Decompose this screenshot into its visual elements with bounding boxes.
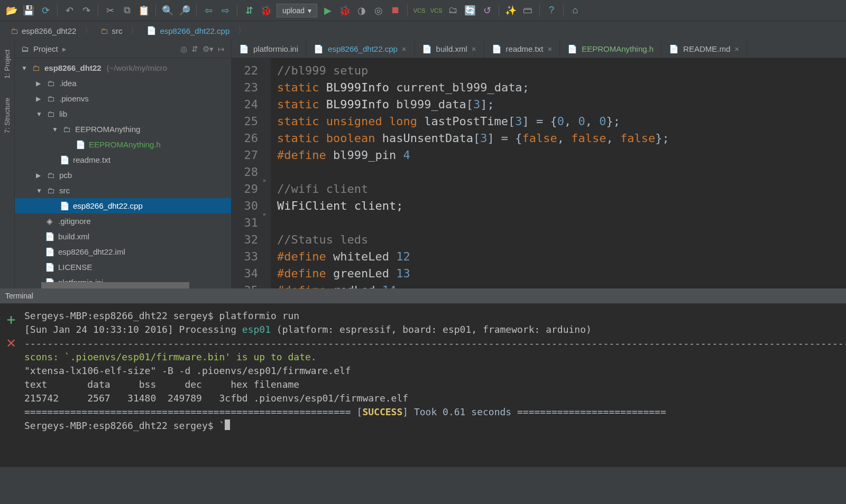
tab-readme-md[interactable]: 📄 README.md × <box>661 40 747 58</box>
vcs-history-icon[interactable]: 🗂 <box>447 4 459 17</box>
separator <box>196 5 197 16</box>
tree-lib[interactable]: ▼ 🗀 lib <box>15 106 231 122</box>
editor-area: 📄 platformio.ini 📄 esp8266_dht22.cpp × 📄… <box>232 40 846 288</box>
zoom-out-icon[interactable]: 🔎 <box>178 4 191 17</box>
profile-icon[interactable]: ◎ <box>372 4 385 17</box>
refresh-icon[interactable]: ⟳ <box>39 4 52 17</box>
tab-readme-txt[interactable]: 📄 readme.txt × <box>484 40 560 58</box>
expand-icon[interactable]: ▶ <box>36 172 42 179</box>
help-icon[interactable]: ? <box>545 4 558 17</box>
tab-eeprom-h[interactable]: 📄 EEPROMAnything.h <box>560 40 661 58</box>
close-tab-icon[interactable]: × <box>547 44 552 53</box>
breadcrumb-src[interactable]: 🗀 src <box>95 25 127 37</box>
paste-icon[interactable]: 📋 <box>137 4 150 17</box>
new-terminal-icon[interactable]: ＋ <box>4 310 18 329</box>
expand-icon[interactable]: ▼ <box>21 64 27 72</box>
open-icon[interactable]: 📂 <box>5 4 18 17</box>
cut-icon[interactable]: ✂ <box>104 4 116 17</box>
tab-build-xml[interactable]: 📄 build.xml × <box>415 40 484 58</box>
tree-iml[interactable]: 📄 esp8266_dht22.iml <box>15 244 231 259</box>
project-structure-icon[interactable]: 🗃 <box>521 4 534 17</box>
separator <box>563 5 564 16</box>
vcs-commit-icon[interactable]: VCS <box>413 4 426 17</box>
tree-gitignore[interactable]: ◈ .gitignore <box>15 213 231 229</box>
undo-icon[interactable]: ↶ <box>63 4 76 17</box>
run-config-combo[interactable]: upload ▾ <box>277 4 317 17</box>
tree-pcb[interactable]: ▶ 🗀 pcb <box>15 167 231 183</box>
cpp-file-icon: 📄 <box>146 26 157 35</box>
copy-icon[interactable]: ⧉ <box>121 4 133 17</box>
terminal-output[interactable]: Sergeys-MBP:esp8266_dht22 sergey$ platfo… <box>22 304 846 467</box>
tab-label: EEPROMAnything.h <box>582 44 654 53</box>
breadcrumb-root[interactable]: 🗀 esp8266_dht22 <box>5 25 81 37</box>
redo-icon[interactable]: ↷ <box>80 4 93 17</box>
folder-icon: 🗀 <box>45 109 56 118</box>
nav-forward-icon[interactable]: ⇨ <box>219 4 232 17</box>
expand-icon[interactable]: ▼ <box>36 187 42 194</box>
save-icon[interactable]: 💾 <box>22 4 35 17</box>
zoom-in-icon[interactable]: 🔍 <box>161 4 174 17</box>
tree-main-cpp[interactable]: 📄 esp8266_dht22.cpp <box>15 198 231 213</box>
horizontal-scrollbar[interactable] <box>41 282 189 288</box>
close-tab-icon[interactable]: × <box>402 44 407 53</box>
xml-file-icon: 📄 <box>422 44 432 54</box>
terminal-header[interactable]: Terminal <box>0 288 846 303</box>
tree-readme-txt[interactable]: 📄 readme.txt <box>15 152 231 167</box>
tree-label: EEPROMAnything.h <box>89 140 161 149</box>
md-file-icon: 📄 <box>669 44 679 54</box>
tab-project[interactable]: 1: Project <box>2 45 12 83</box>
tab-label: build.xml <box>436 44 467 53</box>
build-icon[interactable]: ⇵ <box>243 4 255 17</box>
tab-structure[interactable]: 7: Structure <box>2 94 12 137</box>
expand-icon[interactable]: ▼ <box>52 126 58 133</box>
fold-marker-icon[interactable]: ▸ <box>263 176 266 184</box>
code-content[interactable]: //bl999 setup static BL999Info current_b… <box>271 58 846 288</box>
breadcrumb-file[interactable]: 📄 esp8266_dht22.cpp <box>141 24 235 37</box>
sync-icon[interactable]: 🔄 <box>464 4 476 17</box>
txt-file-icon: 📄 <box>44 263 55 272</box>
settings-icon[interactable]: ✨ <box>504 4 517 17</box>
run-icon[interactable]: ▶ <box>321 4 334 17</box>
run-config-label: upload <box>282 6 305 15</box>
tree-eeprom-h[interactable]: 📄 EEPROMAnything.h <box>15 137 231 152</box>
tab-esp8266-cpp[interactable]: 📄 esp8266_dht22.cpp × <box>306 40 415 58</box>
panel-title: Project <box>33 44 58 53</box>
expand-icon[interactable]: ▼ <box>36 110 42 118</box>
tree-src[interactable]: ▼ 🗀 src <box>15 183 231 198</box>
vcs-update-icon[interactable]: VCS <box>430 4 443 17</box>
project-tree[interactable]: ▼ 🗀 esp8266_dht22 (~/work/my/micro ▶ 🗀 .… <box>15 58 231 288</box>
expand-icon[interactable]: ▶ <box>36 95 42 102</box>
tree-license[interactable]: 📄 LICENSE <box>15 259 231 275</box>
tree-idea[interactable]: ▶ 🗀 .idea <box>15 76 231 91</box>
debug-icon[interactable]: 🐞 <box>338 4 351 17</box>
editor-body[interactable]: 22 23 24 25 26 27 28 29 30 31 32 33 34 3… <box>232 58 846 288</box>
target-icon[interactable]: ◎ <box>180 44 187 54</box>
editor-tabs: 📄 platformio.ini 📄 esp8266_dht22.cpp × 📄… <box>232 40 846 58</box>
nav-back-icon[interactable]: ⇦ <box>202 4 215 17</box>
collapse-icon[interactable]: ⇵ <box>191 44 198 54</box>
expand-icon[interactable]: ▶ <box>36 80 42 87</box>
folder-icon: 🗀 <box>11 26 19 35</box>
tree-build-xml[interactable]: 📄 build.xml <box>15 229 231 244</box>
tree-root[interactable]: ▼ 🗀 esp8266_dht22 (~/work/my/micro <box>15 60 231 76</box>
breadcrumb-label: src <box>112 26 122 35</box>
close-tab-icon[interactable]: × <box>734 44 739 53</box>
coverage-icon[interactable]: ◑ <box>355 4 368 17</box>
breadcrumb: 🗀 esp8266_dht22 〉 🗀 src 〉 📄 esp8266_dht2… <box>0 21 846 40</box>
stop-icon[interactable]: ⏹ <box>389 4 402 17</box>
gear-icon[interactable]: ⚙▾ <box>203 44 214 54</box>
revert-icon[interactable]: ↺ <box>481 4 493 17</box>
chevron-right-icon[interactable]: ▸ <box>62 44 67 54</box>
hide-icon[interactable]: ↦ <box>218 44 225 54</box>
tree-pioenvs[interactable]: ▶ 🗀 .pioenvs <box>15 91 231 106</box>
bug-icon[interactable]: 🐞 <box>260 4 272 17</box>
tree-eeprom-folder[interactable]: ▼ 🗀 EEPROMAnything <box>15 122 231 137</box>
fold-bar[interactable]: ▸ ▸ <box>264 58 271 288</box>
h-file-icon: 📄 <box>567 44 577 54</box>
close-terminal-icon[interactable]: ✕ <box>6 336 16 351</box>
platformio-home-icon[interactable]: ⌂ <box>569 4 582 17</box>
close-tab-icon[interactable]: × <box>472 44 476 53</box>
tab-platformio-ini[interactable]: 📄 platformio.ini <box>232 40 306 58</box>
terminal-tools: ＋ ✕ <box>0 304 22 467</box>
fold-marker-icon[interactable]: ▸ <box>263 210 266 218</box>
